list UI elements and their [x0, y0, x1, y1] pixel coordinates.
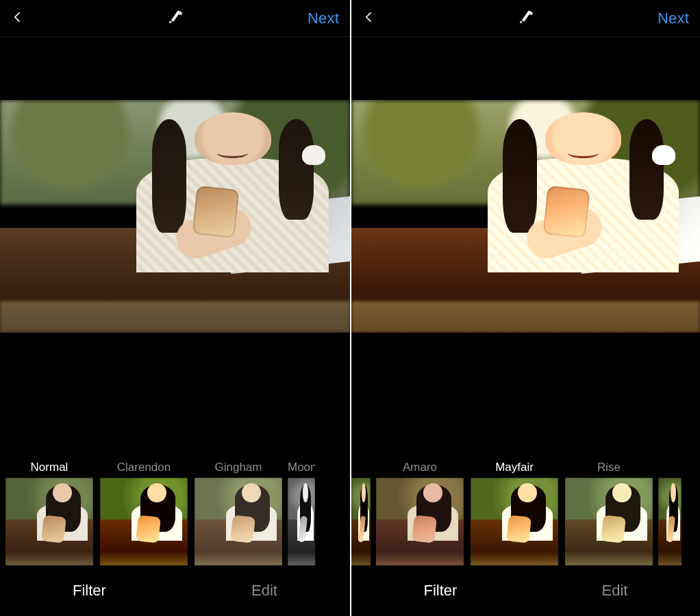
filter-partial-right[interactable]	[658, 457, 682, 565]
photo-stage[interactable]	[0, 37, 350, 396]
phone-screen-right: Next Amaro	[350, 0, 700, 616]
photo-stage[interactable]	[351, 37, 700, 396]
filter-mayfair[interactable]: Mayfair	[469, 457, 560, 565]
filter-thumbnail	[471, 478, 558, 565]
magic-wand-icon	[517, 16, 535, 28]
next-button[interactable]: Next	[658, 10, 689, 27]
magic-wand-icon	[166, 16, 184, 28]
filter-thumbnail	[565, 478, 653, 565]
auto-enhance-button[interactable]	[517, 8, 535, 29]
phone-screen-left: Next Normal Clarendon	[0, 0, 350, 616]
header: Next	[0, 0, 350, 37]
filter-thumbnail	[195, 478, 282, 565]
filter-gingham[interactable]: Gingham	[193, 457, 284, 565]
chevron-left-icon	[11, 10, 25, 27]
filter-label: Mayfair	[495, 457, 534, 478]
header: Next	[351, 0, 700, 37]
filter-label: Gingham	[215, 457, 262, 478]
comparison-wrap: Next Normal Clarendon	[0, 0, 700, 616]
filter-normal[interactable]: Normal	[4, 457, 95, 565]
tab-filter[interactable]: Filter	[424, 582, 458, 600]
filter-thumbnail	[100, 478, 188, 565]
bottom-tabs: Filter Edit	[351, 565, 700, 616]
filter-thumbnail	[288, 478, 315, 565]
svg-marker-2	[168, 20, 172, 23]
bottom-tabs: Filter Edit	[0, 565, 350, 616]
filter-thumbnail	[5, 478, 93, 565]
filters-area: Amaro Mayfair Rise Filter Edit	[351, 396, 700, 616]
filter-amaro[interactable]: Amaro	[375, 457, 465, 565]
back-button[interactable]	[11, 10, 66, 27]
filter-label: Amaro	[403, 457, 437, 478]
filter-thumbnail	[351, 478, 371, 565]
tab-edit[interactable]: Edit	[602, 582, 628, 600]
photo-preview	[0, 100, 350, 333]
filter-thumbnail	[658, 478, 682, 565]
auto-enhance-button[interactable]	[166, 8, 184, 29]
filters-area: Normal Clarendon Gingham Moon Filter	[0, 396, 350, 616]
filter-thumbnail	[376, 478, 464, 565]
tab-edit[interactable]: Edit	[251, 582, 277, 600]
filter-label: Normal	[31, 457, 68, 478]
svg-rect-3	[521, 10, 531, 21]
filter-label: Clarendon	[117, 457, 171, 478]
filter-partial-left[interactable]	[351, 457, 371, 565]
filter-strip[interactable]: Amaro Mayfair Rise	[351, 456, 700, 565]
filter-label: Moon	[288, 457, 315, 478]
svg-rect-0	[171, 10, 180, 21]
photo-preview	[351, 100, 700, 333]
filter-strip[interactable]: Normal Clarendon Gingham Moon	[0, 456, 350, 565]
chevron-left-icon	[362, 10, 376, 27]
back-button[interactable]	[362, 10, 417, 27]
filter-clarendon[interactable]: Clarendon	[99, 457, 189, 565]
filter-moon[interactable]: Moon	[288, 457, 315, 565]
filter-rise[interactable]: Rise	[564, 457, 654, 565]
filter-label: Rise	[597, 457, 621, 478]
next-button[interactable]: Next	[308, 10, 339, 27]
svg-marker-5	[519, 20, 523, 23]
tab-filter[interactable]: Filter	[73, 582, 106, 600]
